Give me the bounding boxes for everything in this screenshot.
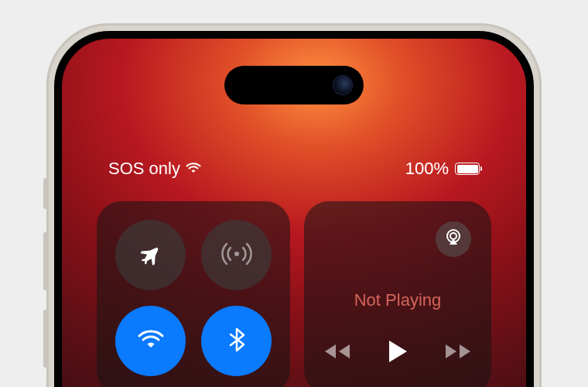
cellular-data-toggle[interactable] — [201, 220, 272, 290]
wifi-status-icon — [185, 159, 202, 179]
svg-point-2 — [450, 233, 456, 239]
bluetooth-icon — [221, 324, 252, 358]
volume-up-button — [43, 232, 48, 290]
airplane-icon — [135, 238, 166, 272]
airplay-icon — [443, 228, 463, 251]
airplane-mode-toggle[interactable] — [115, 220, 186, 290]
rewind-button[interactable] — [322, 342, 353, 364]
screen: SOS only 100% — [54, 31, 534, 387]
antenna-icon — [220, 237, 254, 274]
battery-percent-text: 100% — [405, 159, 449, 179]
volume-down-button — [43, 310, 48, 368]
rewind-icon — [322, 350, 353, 363]
status-left: SOS only — [108, 159, 202, 179]
media-controls — [304, 339, 491, 367]
wifi-toggle[interactable] — [115, 306, 186, 376]
forward-button[interactable] — [443, 342, 473, 364]
connectivity-tile[interactable] — [97, 201, 290, 387]
forward-icon — [443, 350, 473, 363]
dynamic-island[interactable] — [224, 66, 364, 104]
media-tile[interactable]: Not Playing — [304, 201, 491, 387]
control-center-tiles: Not Playing — [97, 201, 491, 387]
battery-icon — [455, 163, 480, 175]
status-bar: SOS only 100% — [62, 159, 526, 179]
bluetooth-toggle[interactable] — [201, 306, 272, 376]
status-right: 100% — [405, 159, 480, 179]
play-button[interactable] — [387, 339, 409, 367]
side-button — [43, 178, 48, 209]
iphone-device-frame: SOS only 100% — [46, 23, 542, 387]
airplay-button[interactable] — [436, 221, 471, 257]
network-status-text: SOS only — [108, 159, 180, 179]
play-icon — [387, 353, 409, 366]
front-camera — [333, 76, 352, 94]
svg-point-0 — [234, 252, 239, 256]
now-playing-status: Not Playing — [304, 290, 491, 310]
wifi-icon — [134, 323, 168, 360]
